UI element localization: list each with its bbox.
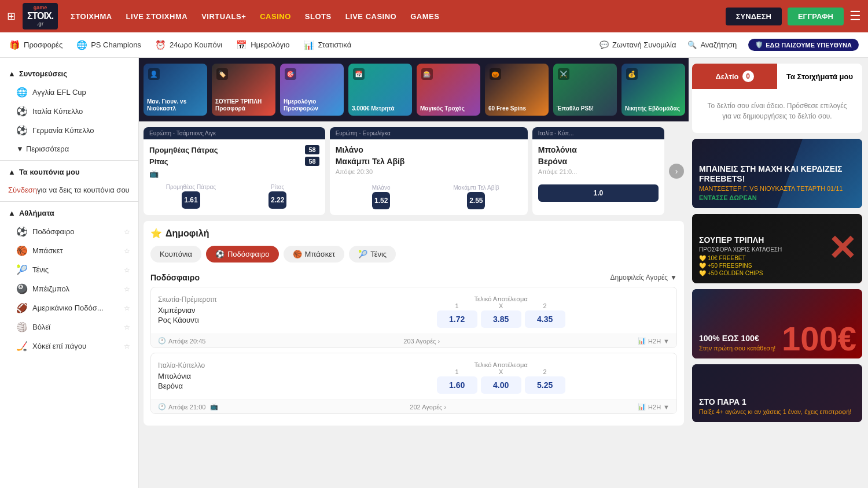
- sidebar-item-germany-cup[interactable]: ⚽ Γερμανία Κύπελλο: [0, 121, 138, 140]
- fav-icon-baseball[interactable]: ☆: [124, 285, 130, 293]
- bet-markets-2[interactable]: 202 Αγορές ›: [410, 404, 446, 411]
- tab-tennis[interactable]: 🎾 Τένις: [349, 246, 396, 263]
- events-section: Ευρώπη - Τσάμπιονς Λιγκ Προμηθέας Πάτρας…: [139, 121, 689, 431]
- match-cards-next-arrow[interactable]: ›: [669, 164, 684, 179]
- bet-h2h-2[interactable]: 📊 H2H ▼: [638, 403, 670, 411]
- sidebar-sport-volleyball[interactable]: 🏐 Βόλεϊ ☆: [0, 317, 138, 337]
- sidebar-divider-1: [0, 160, 138, 161]
- search-button[interactable]: 🔍 Αναζήτηση: [687, 40, 737, 49]
- fav-icon-football[interactable]: ☆: [124, 228, 130, 236]
- login-button[interactable]: ΣΥΝΔΕΣΗ: [726, 8, 782, 25]
- bet-h2h-1[interactable]: 📊 H2H ▼: [638, 337, 670, 345]
- banner-wins[interactable]: 💰 Νικητής Εβδομάδας: [621, 64, 685, 116]
- tab-football[interactable]: ⚽ Ποδόσφαιρο: [206, 246, 279, 263]
- fav-icon-basketball[interactable]: ☆: [124, 247, 130, 255]
- promo-card-triple[interactable]: ✕ ΣΟΥΠΕΡ ΤΡΙΠΛΗ ΠΡΟΣΦΟΡΑ ΧΩΡΙΣ ΚΑΤΑΘΕΣΗ …: [692, 214, 862, 283]
- sidebar-sport-american-football[interactable]: 🏈 Αμερικάνικο Ποδόσ... ☆: [0, 298, 138, 317]
- odd-value-1-1[interactable]: 1.72: [437, 310, 477, 328]
- match-1-odd1-label: Προμηθέας Πάτρας: [149, 184, 233, 190]
- my-coupons-section[interactable]: ▲ Τα κουπόνια μου: [0, 163, 138, 181]
- sidebar-sport-basketball[interactable]: 🏀 Μπάσκετ ☆: [0, 241, 138, 260]
- banner-calendar[interactable]: 📅 3.000€ Μετρητά: [348, 64, 412, 116]
- promo-card-ps-champions[interactable]: ΜΠΑΙΝΕΙΣ ΣΤΗ ΜΑΧΗ ΚΑΙ ΚΕΡΔΙΖΕΙΣ FREEBETS…: [692, 139, 862, 208]
- match-2-odd1-btn[interactable]: 1.52: [372, 192, 390, 209]
- banner-wins-title: Νικητής Εβδομάδας: [625, 105, 680, 112]
- sidebar-item-italy-cup[interactable]: ⚽ Ιταλία Κύπελλο: [0, 102, 138, 121]
- betslip-tab-deltio[interactable]: Δελτίο 0: [692, 64, 777, 89]
- coupon-login-link[interactable]: Σύνδεση: [8, 186, 37, 194]
- banner-icon-offer: 🎯: [285, 68, 296, 80]
- nav-prosfores[interactable]: 🎁 Προσφορές: [9, 40, 62, 50]
- sidebar-sport-football[interactable]: ⚽ Ποδόσφαιρο ☆: [0, 222, 138, 241]
- fav-icon-tennis[interactable]: ☆: [124, 266, 130, 274]
- promo-2-subtitle: ΠΡΟΣΦΟΡΑ ΧΩΡΙΣ ΚΑΤΑΘΕΣΗ: [699, 246, 855, 253]
- banner-icon-trick: 🎃: [490, 68, 501, 80]
- nav-calendar[interactable]: 📅 Ημερολόγιο: [236, 40, 289, 50]
- match-1-odd2-btn[interactable]: 2.22: [269, 191, 286, 209]
- football-icon: ⚽: [16, 226, 28, 237]
- nav-games[interactable]: GAMES: [410, 12, 439, 21]
- nav-ps-champions[interactable]: 🌐 PS Champions: [76, 40, 141, 50]
- h2h-label-1: H2H: [648, 338, 661, 345]
- league-name-2: Ιταλία-Κύπελλο: [158, 359, 326, 372]
- prosfores-label: Προσφορές: [24, 40, 62, 49]
- grid-icon[interactable]: ⊞: [7, 10, 16, 23]
- sidebar-sport-hockey[interactable]: 🏒 Χόκεϊ επί πάγου ☆: [0, 337, 138, 356]
- nav-24h-coupon[interactable]: ⏰ 24ωρο Κουπόνι: [155, 40, 222, 50]
- nav-live-stoixima[interactable]: LIVE ΣΤΟΙΧΗΜΑ: [126, 12, 188, 21]
- sidebar-sport-tennis[interactable]: 🎾 Τένις ☆: [0, 260, 138, 279]
- odd-value-1-2[interactable]: 4.35: [525, 310, 565, 328]
- odd-value-2-2[interactable]: 5.25: [525, 376, 565, 394]
- bet-markets-1[interactable]: 203 Αγορές ›: [403, 338, 440, 345]
- nav-statistics[interactable]: 📊 Στατιστικά: [303, 40, 351, 50]
- odd-value-2-x[interactable]: 4.00: [481, 376, 521, 394]
- promo-1-subtitle: ΜΑΝΤΣΕΣΤΕΡ Γ. VS ΝΙΟΥΚΑΣΤΛ ΤΕΤΑΡΤΗ 01/11: [699, 185, 855, 192]
- betslip-tab-my-bets[interactable]: Τα Στοιχήματά μου: [777, 64, 862, 89]
- popular-markets-btn[interactable]: Δημοφιλείς Αγορές ▼: [610, 273, 677, 282]
- responsible-gaming-badge[interactable]: 🛡️ ΕΔΩ ΠΑΙΖΟΥΜΕ ΥΠΕΥΘΥΝΑ: [748, 39, 859, 51]
- tab-koupon[interactable]: Κουπόνια: [150, 246, 201, 263]
- promo-chip-3: 💛 +50 GOLDEN CHIPS: [699, 270, 855, 276]
- more-shortcuts[interactable]: ▼ Περισσότερα: [0, 140, 138, 158]
- chat-icon: 💬: [599, 40, 609, 49]
- register-button[interactable]: ΕΓΓΡΑΦΗ: [788, 8, 844, 25]
- odd-value-1-x[interactable]: 3.85: [481, 310, 521, 328]
- shortcuts-section[interactable]: ▲ Συντομεύσεις: [0, 65, 138, 83]
- banner-triple[interactable]: 🏷️ ΣΟΥΠΕΡ ΤΡΙΠΛΗ Προσφορά: [212, 64, 275, 116]
- fav-icon-volleyball[interactable]: ☆: [124, 323, 130, 331]
- match-2-body: Μιλάνο Μακάμπι Τελ Αβίβ Απόψε 20:30 Μιλά…: [330, 139, 528, 215]
- betslip-tab2-label: Τα Στοιχήματά μου: [786, 72, 853, 81]
- nav-casino[interactable]: CASINO: [260, 12, 291, 21]
- nav-live-casino[interactable]: LIVE CASINO: [345, 12, 397, 21]
- tab-basketball[interactable]: 🏀 Μπάσκετ: [284, 246, 345, 263]
- sidebar-sport-baseball[interactable]: 🎱 Μπέιζμπολ ☆: [0, 279, 138, 298]
- nav-slots[interactable]: SLOTS: [305, 12, 332, 21]
- fav-icon-hockey[interactable]: ☆: [124, 342, 130, 350]
- promo-card-para1[interactable]: ΣΤΟ ΠΑΡΑ 1 Παίξε 4+ αγώνες κι αν χάσεις …: [692, 364, 862, 422]
- site-logo[interactable]: game ΣΤΟΙΧ. .gr: [21, 2, 59, 30]
- match-2-odd2-btn[interactable]: 2.55: [467, 192, 485, 209]
- banner-trick[interactable]: 🎃 60 Free Spins: [485, 64, 549, 116]
- england-label: Αγγλία EFL Cup: [32, 88, 86, 97]
- banner-battle[interactable]: ⚔️ Έπαθλο PS5!: [553, 64, 617, 116]
- sports-section[interactable]: ▲ Αθλήματα: [0, 204, 138, 222]
- promo-card-100[interactable]: 100€ 100% ΕΩΣ 100€ Στην πρώτη σου κατάθε…: [692, 289, 862, 358]
- time-value-2: Απόψε 21:00: [168, 404, 205, 411]
- hamburger-icon[interactable]: ☰: [849, 9, 861, 24]
- team2-name-2: Βερόνα: [158, 382, 326, 390]
- chevron-down-icon-markets: ▼: [670, 273, 677, 282]
- sidebar-item-england-efl[interactable]: 🌐 Αγγλία EFL Cup: [0, 83, 138, 102]
- live-chat-button[interactable]: 💬 Ζωντανή Συνομιλία: [599, 40, 676, 49]
- banner-roulette[interactable]: 🎰 Μαγικός Τροχός: [417, 64, 480, 116]
- match-1-odd1-btn[interactable]: 1.61: [182, 191, 200, 209]
- nav-virtuals[interactable]: VIRTUALS+: [201, 12, 246, 21]
- chevron-up-icon: ▲: [8, 69, 16, 78]
- betslip-tab1-label: Δελτίο: [715, 72, 738, 81]
- banner-ps-champions[interactable]: 👤 Μαν. Γιουν. vs Νιούκαστλ: [144, 64, 207, 116]
- match-3-odd1-btn[interactable]: 1.0: [538, 184, 659, 202]
- odd-value-2-1[interactable]: 1.60: [437, 376, 477, 394]
- nav-stoixima[interactable]: ΣΤΟΙΧΗΜΑ: [71, 12, 112, 21]
- fav-icon-am-football[interactable]: ☆: [124, 304, 130, 312]
- banner-offer[interactable]: 🎯 Ημερολόγιο Προσφορών: [280, 64, 344, 116]
- italy-label: Ιταλία Κύπελλο: [32, 107, 83, 116]
